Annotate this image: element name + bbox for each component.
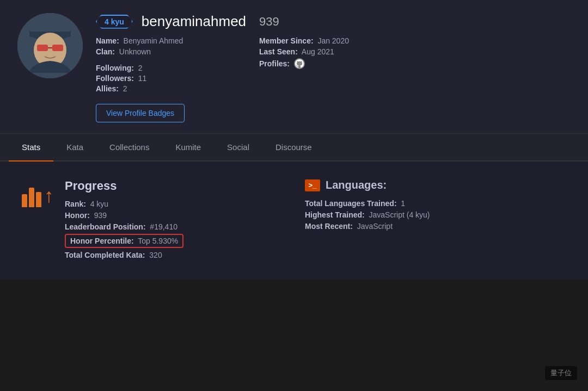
leaderboard-value: #19,410 xyxy=(150,222,177,231)
leaderboard-item: Leaderboard Position: #19,410 xyxy=(65,222,183,231)
following-value: 2 xyxy=(138,64,143,72)
percentile-value: Top 5.930% xyxy=(138,237,178,245)
recent-value: JavaScript xyxy=(357,222,393,231)
tab-kumite[interactable]: Kumite xyxy=(162,134,214,160)
last-seen-item: Last Seen: Aug 2021 xyxy=(259,47,571,56)
tab-stats[interactable]: Stats xyxy=(9,134,53,160)
profiles-row: Profiles: xyxy=(259,58,571,69)
highest-value: JavaScript (4 kyu) xyxy=(369,210,430,219)
total-value: 1 xyxy=(401,199,405,208)
rank-value: 4 kyu xyxy=(90,200,108,208)
profile-section: 4 kyu benyaminahmed 939 Name: Benyamin A… xyxy=(0,0,588,134)
kata-value: 320 xyxy=(149,251,162,259)
languages-section: >_ Languages: Total Languages Trained: 1… xyxy=(305,179,566,262)
total-trained-item: Total Languages Trained: 1 xyxy=(305,199,566,208)
followers-item: Followers: 11 xyxy=(96,74,259,83)
profiles-label: Profiles: xyxy=(259,59,290,68)
svg-rect-5 xyxy=(37,45,48,51)
avatar xyxy=(17,13,83,78)
clan-value: Unknown xyxy=(119,47,151,56)
progress-section: ↑ Progress Rank: 4 kyu Honor: 939 Leader… xyxy=(22,179,283,262)
honor-label: Honor: xyxy=(65,211,90,220)
nav-tabs: Stats Kata Collections Kumite Social Dis… xyxy=(0,134,588,162)
tab-social[interactable]: Social xyxy=(214,134,262,160)
honor-value: 939 xyxy=(94,211,107,220)
recent-label: Most Recent: xyxy=(305,222,353,231)
languages-header: >_ Languages: xyxy=(305,179,566,191)
watermark: 量子位 xyxy=(545,366,577,380)
terminal-icon: >_ xyxy=(305,179,320,191)
member-since-value: Jan 2020 xyxy=(317,36,349,45)
content-area: ↑ Progress Rank: 4 kyu Honor: 939 Leader… xyxy=(0,162,588,280)
honor-count: 939 xyxy=(259,15,279,29)
languages-title: Languages: xyxy=(326,179,387,191)
tab-collections[interactable]: Collections xyxy=(96,134,162,160)
view-badges-button[interactable]: View Profile Badges xyxy=(96,104,185,122)
honor-percentile-row: Honor Percentile: Top 5.930% xyxy=(65,234,183,248)
allies-item: Allies: 2 xyxy=(96,84,259,93)
name-value: Benyamin Ahmed xyxy=(124,36,183,45)
clan-item: Clan: Unknown xyxy=(96,47,259,56)
username-row: 4 kyu benyaminahmed 939 xyxy=(96,13,571,30)
github-icon[interactable] xyxy=(294,58,305,69)
percentile-label: Honor Percentile: xyxy=(70,237,134,245)
member-since-label: Member Since: xyxy=(259,36,314,45)
social-counts: Following: 2 Followers: 11 Allies: 2 xyxy=(96,64,259,93)
svg-rect-6 xyxy=(52,45,63,51)
following-label: Following: xyxy=(96,64,134,72)
info-left: Name: Benyamin Ahmed Clan: Unknown Follo… xyxy=(96,36,259,122)
leaderboard-label: Leaderboard Position: xyxy=(65,222,146,231)
allies-label: Allies: xyxy=(96,84,119,93)
rank-label: Rank: xyxy=(65,200,86,208)
info-grid: Name: Benyamin Ahmed Clan: Unknown Follo… xyxy=(96,36,571,122)
tab-discourse[interactable]: Discourse xyxy=(262,134,325,160)
following-item: Following: 2 xyxy=(96,64,259,72)
last-seen-label: Last Seen: xyxy=(259,47,298,56)
kata-label: Total Completed Kata: xyxy=(65,251,145,259)
followers-label: Followers: xyxy=(96,74,134,83)
allies-value: 2 xyxy=(123,84,127,93)
username: benyaminahmed xyxy=(142,13,246,30)
member-since-item: Member Since: Jan 2020 xyxy=(259,36,571,45)
name-label: Name: xyxy=(96,36,119,45)
profile-info: 4 kyu benyaminahmed 939 Name: Benyamin A… xyxy=(96,13,571,122)
svg-rect-3 xyxy=(29,27,71,32)
info-right: Member Since: Jan 2020 Last Seen: Aug 20… xyxy=(259,36,571,122)
tab-kata[interactable]: Kata xyxy=(53,134,96,160)
highest-trained-item: Highest Trained: JavaScript (4 kyu) xyxy=(305,210,566,219)
kata-item: Total Completed Kata: 320 xyxy=(65,251,183,259)
progress-title: Progress xyxy=(65,179,183,193)
name-item: Name: Benyamin Ahmed xyxy=(96,36,259,45)
followers-value: 11 xyxy=(138,74,147,83)
progress-icon: ↑ xyxy=(22,179,54,207)
rank-item: Rank: 4 kyu xyxy=(65,200,183,208)
clan-label: Clan: xyxy=(96,47,115,56)
honor-item: Honor: 939 xyxy=(65,211,183,220)
total-label: Total Languages Trained: xyxy=(305,199,397,208)
rank-badge: 4 kyu xyxy=(96,15,133,29)
highest-label: Highest Trained: xyxy=(305,210,365,219)
most-recent-item: Most Recent: JavaScript xyxy=(305,222,566,231)
progress-details: Progress Rank: 4 kyu Honor: 939 Leaderbo… xyxy=(65,179,183,262)
last-seen-value: Aug 2021 xyxy=(302,47,334,56)
